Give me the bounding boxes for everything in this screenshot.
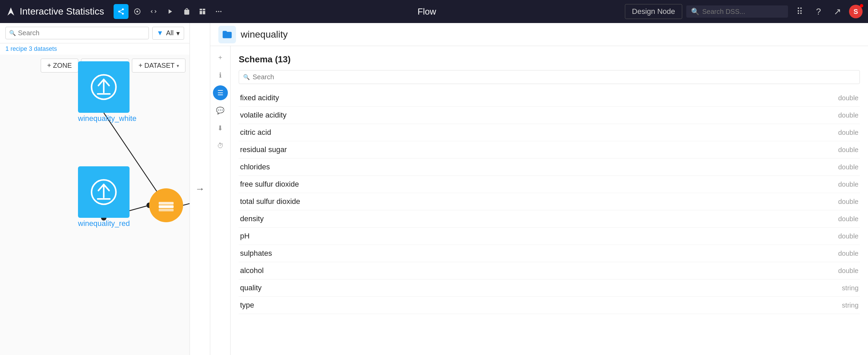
flow-canvas: + ZONE + RECIPE ▾ + DATASET ▾	[0, 55, 190, 355]
dataset-count[interactable]: 3 datasets	[29, 45, 57, 52]
schema-field-type: double	[838, 215, 859, 223]
add-zone-button[interactable]: + ZONE	[41, 59, 78, 72]
right-panel-header: winequality	[210, 23, 868, 46]
recipe-count[interactable]: 1 recipe	[5, 45, 27, 52]
chat-side-icon[interactable]: 💬	[213, 103, 228, 118]
schema-field-type: double	[838, 129, 859, 137]
left-toolbar: 🔍 ▼ All ▾	[0, 23, 190, 43]
list-side-icon[interactable]: ☰	[213, 85, 228, 100]
middle-arrow[interactable]: →	[190, 23, 210, 355]
right-panel: winequality + ℹ ☰ 💬 ⬇ ⏱ Schema (13) 🔍 fi…	[210, 23, 868, 355]
schema-field-type: double	[838, 163, 859, 171]
share-icon-btn[interactable]	[114, 4, 129, 19]
schema-field-row: quality string	[239, 279, 860, 297]
svg-rect-1	[200, 9, 202, 11]
svg-line-10	[183, 193, 190, 205]
global-search-box[interactable]: 🔍	[686, 5, 788, 18]
schema-field-type: double	[838, 250, 859, 257]
flow-search-box[interactable]: 🔍	[5, 27, 149, 39]
global-search-icon: 🔍	[691, 7, 699, 16]
main-layout: 🔍 ▼ All ▾ 1 recipe 3 datasets + ZONE +	[0, 23, 868, 355]
schema-field-row: fixed acidity double	[239, 89, 860, 107]
side-icons-panel: + ℹ ☰ 💬 ⬇ ⏱	[210, 46, 231, 355]
filter-dropdown[interactable]: ▼ All ▾	[152, 27, 184, 40]
schema-field-name: chlorides	[240, 163, 838, 171]
help-button[interactable]: ?	[811, 4, 826, 19]
stack-icon	[156, 195, 176, 215]
upload-icon-red	[88, 177, 119, 207]
svg-rect-3	[200, 11, 202, 14]
brand-logo	[5, 6, 16, 17]
flow-search-input[interactable]	[18, 29, 145, 37]
code-icon-btn[interactable]	[146, 4, 161, 19]
node-stack-recipe[interactable]	[149, 188, 183, 222]
schema-field-row: total sulfur dioxide double	[239, 193, 860, 210]
schema-field-name: alcohol	[240, 266, 838, 275]
download-side-icon[interactable]: ⬇	[213, 121, 228, 135]
node-winequality-white[interactable]	[78, 61, 130, 113]
schema-field-row: pH double	[239, 228, 860, 245]
left-panel: 🔍 ▼ All ▾ 1 recipe 3 datasets + ZONE +	[0, 23, 190, 355]
schema-field-name: sulphates	[240, 249, 838, 258]
svg-rect-18	[159, 205, 174, 208]
schema-field-type: double	[838, 146, 859, 154]
node-winequality-white-label[interactable]: winequality_white	[78, 114, 130, 123]
schema-field-name: pH	[240, 232, 838, 241]
schema-field-type: string	[842, 301, 859, 309]
schema-field-type: double	[838, 232, 859, 240]
stats-button[interactable]: ↗	[830, 4, 845, 19]
schema-search-input[interactable]	[253, 73, 855, 81]
dataset-folder-icon	[218, 26, 236, 43]
topnav-right: Design Node 🔍 ⠿ ? ↗ S	[625, 4, 863, 19]
schema-field-name: type	[240, 301, 842, 310]
schema-field-name: fixed acidity	[240, 93, 838, 102]
deploy-icon-btn[interactable]	[179, 4, 194, 19]
flow-stats: 1 recipe 3 datasets	[0, 43, 190, 55]
play-icon-btn[interactable]	[162, 4, 177, 19]
schema-fields-list: fixed acidity double volatile acidity do…	[239, 89, 860, 314]
schema-title: Schema (13)	[239, 54, 860, 65]
svg-rect-4	[203, 11, 205, 14]
dataset-title: winequality	[241, 29, 288, 40]
node-winequality-red-label[interactable]: winequality_red	[78, 219, 130, 228]
schema-field-row: density double	[239, 210, 860, 228]
add-dataset-button[interactable]: + DATASET ▾	[132, 59, 185, 72]
app-title: Interactive Statistics	[20, 6, 104, 17]
schema-field-name: residual sugar	[240, 145, 838, 154]
schema-field-row: sulphates double	[239, 245, 860, 262]
flow-label: Flow	[229, 6, 625, 17]
target-icon-btn[interactable]	[130, 4, 145, 19]
dataset-btn-caret: ▾	[177, 63, 179, 68]
right-content: + ℹ ☰ 💬 ⬇ ⏱ Schema (13) 🔍 fixed acidity …	[210, 46, 868, 355]
dashboard-icon-btn[interactable]	[195, 4, 210, 19]
schema-search-box[interactable]: 🔍	[239, 70, 860, 84]
schema-field-row: residual sugar double	[239, 141, 860, 159]
topnav-toolbar	[111, 4, 229, 19]
node-winequality-red[interactable]	[78, 166, 130, 218]
add-side-icon[interactable]: +	[213, 50, 228, 65]
svg-point-6	[218, 11, 219, 12]
dataset-btn-label: + DATASET	[138, 62, 175, 69]
design-node-button[interactable]: Design Node	[625, 4, 682, 19]
user-avatar[interactable]: S	[849, 5, 863, 18]
schema-field-name: free sulfur dioxide	[240, 180, 838, 189]
brand: Interactive Statistics	[5, 6, 111, 17]
filter-caret: ▾	[176, 29, 180, 37]
apps-grid-button[interactable]: ⠿	[792, 4, 807, 19]
schema-field-name: volatile acidity	[240, 111, 838, 120]
schema-field-row: free sulfur dioxide double	[239, 176, 860, 193]
schema-field-row: volatile acidity double	[239, 107, 860, 124]
schema-field-row: alcohol double	[239, 262, 860, 279]
flow-search-icon: 🔍	[9, 30, 16, 36]
global-search-input[interactable]	[702, 8, 770, 16]
schema-field-row: citric acid double	[239, 124, 860, 141]
schema-field-name: density	[240, 214, 838, 223]
svg-rect-2	[203, 9, 205, 11]
schema-field-type: double	[838, 111, 859, 119]
schema-field-type: double	[838, 267, 859, 275]
svg-point-0	[136, 11, 138, 13]
history-side-icon[interactable]: ⏱	[213, 138, 228, 153]
more-icon-btn[interactable]	[211, 4, 226, 19]
info-side-icon[interactable]: ℹ	[213, 68, 228, 83]
filter-label: All	[166, 29, 174, 37]
